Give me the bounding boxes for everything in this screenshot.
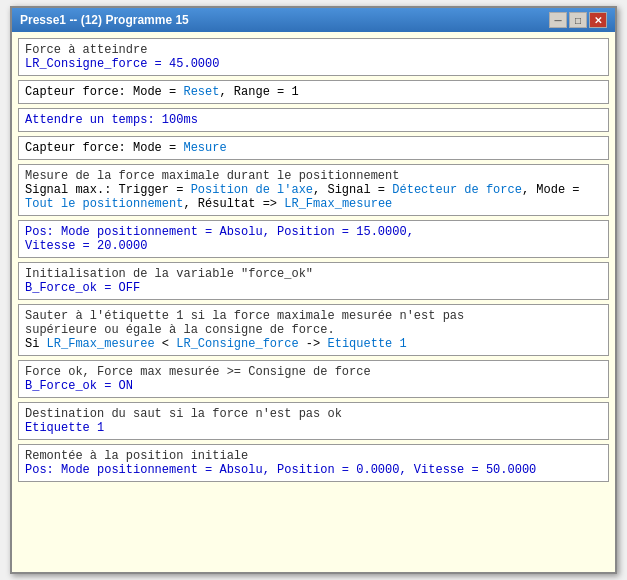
block-code: Pos: Mode positionnement = Absolu, Posit… bbox=[25, 225, 602, 253]
block-attendre: Attendre un temps: 100ms bbox=[18, 108, 609, 132]
block-force-consigne: Force à atteindre LR_Consigne_force = 45… bbox=[18, 38, 609, 76]
restore-button[interactable]: □ bbox=[569, 12, 587, 28]
block-code: Si LR_Fmax_mesuree < LR_Consigne_force -… bbox=[25, 337, 602, 351]
main-window: Presse1 -- (12) Programme 15 ─ □ ✕ Force… bbox=[10, 6, 617, 574]
block-comment: Sauter à l'étiquette 1 si la force maxim… bbox=[25, 309, 602, 337]
block-destination-saut: Destination du saut si la force n'est pa… bbox=[18, 402, 609, 440]
minimize-button[interactable]: ─ bbox=[549, 12, 567, 28]
block-code: Pos: Mode positionnement = Absolu, Posit… bbox=[25, 463, 602, 477]
close-button[interactable]: ✕ bbox=[589, 12, 607, 28]
block-signal-max: Mesure de la force maximale durant le po… bbox=[18, 164, 609, 216]
block-comment: Mesure de la force maximale durant le po… bbox=[25, 169, 602, 183]
block-code: Etiquette 1 bbox=[25, 421, 602, 435]
titlebar: Presse1 -- (12) Programme 15 ─ □ ✕ bbox=[12, 8, 615, 32]
block-capteur-mesure: Capteur force: Mode = Mesure bbox=[18, 136, 609, 160]
block-code: Capteur force: Mode = Mesure bbox=[25, 141, 602, 155]
block-sauter: Sauter à l'étiquette 1 si la force maxim… bbox=[18, 304, 609, 356]
block-code: Capteur force: Mode = Reset, Range = 1 bbox=[25, 85, 602, 99]
block-init-force-ok: Initialisation de la variable "force_ok"… bbox=[18, 262, 609, 300]
window-title: Presse1 -- (12) Programme 15 bbox=[20, 13, 189, 27]
block-capteur-reset: Capteur force: Mode = Reset, Range = 1 bbox=[18, 80, 609, 104]
block-code: Attendre un temps: 100ms bbox=[25, 113, 602, 127]
titlebar-buttons: ─ □ ✕ bbox=[549, 12, 607, 28]
block-comment: Force à atteindre bbox=[25, 43, 602, 57]
block-code: B_Force_ok = ON bbox=[25, 379, 602, 393]
block-remontee: Remontée à la position initiale Pos: Mod… bbox=[18, 444, 609, 482]
block-code: Signal max.: Trigger = Position de l'axe… bbox=[25, 183, 602, 211]
block-comment: Remontée à la position initiale bbox=[25, 449, 602, 463]
block-code: LR_Consigne_force = 45.0000 bbox=[25, 57, 602, 71]
block-pos-15: Pos: Mode positionnement = Absolu, Posit… bbox=[18, 220, 609, 258]
content-area: Force à atteindre LR_Consigne_force = 45… bbox=[12, 32, 615, 572]
block-comment: Force ok, Force max mesurée >= Consigne … bbox=[25, 365, 602, 379]
block-comment: Destination du saut si la force n'est pa… bbox=[25, 407, 602, 421]
block-force-ok-on: Force ok, Force max mesurée >= Consigne … bbox=[18, 360, 609, 398]
block-code: B_Force_ok = OFF bbox=[25, 281, 602, 295]
block-comment: Initialisation de la variable "force_ok" bbox=[25, 267, 602, 281]
